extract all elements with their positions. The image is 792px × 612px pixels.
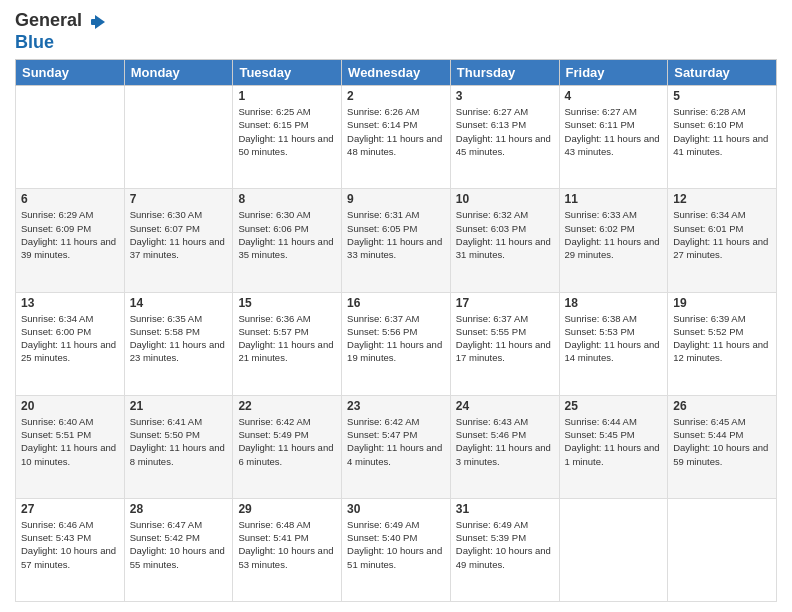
day-number: 7 [130,192,228,206]
calendar-cell: 4Sunrise: 6:27 AMSunset: 6:11 PMDaylight… [559,86,668,189]
logo-text-group: General Blue [15,10,107,53]
day-info: Sunrise: 6:44 AMSunset: 5:45 PMDaylight:… [565,415,663,468]
calendar-cell: 16Sunrise: 6:37 AMSunset: 5:56 PMDayligh… [342,292,451,395]
calendar-cell: 9Sunrise: 6:31 AMSunset: 6:05 PMDaylight… [342,189,451,292]
calendar-cell: 10Sunrise: 6:32 AMSunset: 6:03 PMDayligh… [450,189,559,292]
calendar-cell: 22Sunrise: 6:42 AMSunset: 5:49 PMDayligh… [233,395,342,498]
day-info: Sunrise: 6:43 AMSunset: 5:46 PMDaylight:… [456,415,554,468]
day-header-sunday: Sunday [16,60,125,86]
calendar-cell: 30Sunrise: 6:49 AMSunset: 5:40 PMDayligh… [342,498,451,601]
day-number: 4 [565,89,663,103]
calendar-cell: 26Sunrise: 6:45 AMSunset: 5:44 PMDayligh… [668,395,777,498]
day-number: 20 [21,399,119,413]
day-number: 19 [673,296,771,310]
calendar-cell [16,86,125,189]
day-number: 11 [565,192,663,206]
day-number: 6 [21,192,119,206]
calendar-cell: 18Sunrise: 6:38 AMSunset: 5:53 PMDayligh… [559,292,668,395]
calendar-cell: 29Sunrise: 6:48 AMSunset: 5:41 PMDayligh… [233,498,342,601]
day-info: Sunrise: 6:29 AMSunset: 6:09 PMDaylight:… [21,208,119,261]
day-info: Sunrise: 6:26 AMSunset: 6:14 PMDaylight:… [347,105,445,158]
day-number: 30 [347,502,445,516]
calendar-cell: 20Sunrise: 6:40 AMSunset: 5:51 PMDayligh… [16,395,125,498]
calendar-table: SundayMondayTuesdayWednesdayThursdayFrid… [15,59,777,602]
day-header-thursday: Thursday [450,60,559,86]
logo: General Blue [15,10,107,53]
calendar-cell: 1Sunrise: 6:25 AMSunset: 6:15 PMDaylight… [233,86,342,189]
calendar-cell: 17Sunrise: 6:37 AMSunset: 5:55 PMDayligh… [450,292,559,395]
calendar-cell: 14Sunrise: 6:35 AMSunset: 5:58 PMDayligh… [124,292,233,395]
day-info: Sunrise: 6:40 AMSunset: 5:51 PMDaylight:… [21,415,119,468]
day-number: 22 [238,399,336,413]
day-info: Sunrise: 6:46 AMSunset: 5:43 PMDaylight:… [21,518,119,571]
day-info: Sunrise: 6:45 AMSunset: 5:44 PMDaylight:… [673,415,771,468]
day-number: 12 [673,192,771,206]
header: General Blue [15,10,777,53]
day-number: 17 [456,296,554,310]
calendar-cell: 13Sunrise: 6:34 AMSunset: 6:00 PMDayligh… [16,292,125,395]
day-info: Sunrise: 6:38 AMSunset: 5:53 PMDaylight:… [565,312,663,365]
day-info: Sunrise: 6:39 AMSunset: 5:52 PMDaylight:… [673,312,771,365]
day-number: 14 [130,296,228,310]
day-number: 13 [21,296,119,310]
week-row-1: 1Sunrise: 6:25 AMSunset: 6:15 PMDaylight… [16,86,777,189]
day-info: Sunrise: 6:47 AMSunset: 5:42 PMDaylight:… [130,518,228,571]
day-number: 27 [21,502,119,516]
day-number: 15 [238,296,336,310]
day-header-monday: Monday [124,60,233,86]
day-info: Sunrise: 6:36 AMSunset: 5:57 PMDaylight:… [238,312,336,365]
week-row-5: 27Sunrise: 6:46 AMSunset: 5:43 PMDayligh… [16,498,777,601]
day-info: Sunrise: 6:49 AMSunset: 5:40 PMDaylight:… [347,518,445,571]
calendar-cell: 3Sunrise: 6:27 AMSunset: 6:13 PMDaylight… [450,86,559,189]
calendar-cell: 6Sunrise: 6:29 AMSunset: 6:09 PMDaylight… [16,189,125,292]
day-info: Sunrise: 6:33 AMSunset: 6:02 PMDaylight:… [565,208,663,261]
day-header-wednesday: Wednesday [342,60,451,86]
week-row-4: 20Sunrise: 6:40 AMSunset: 5:51 PMDayligh… [16,395,777,498]
day-header-saturday: Saturday [668,60,777,86]
day-number: 9 [347,192,445,206]
day-info: Sunrise: 6:41 AMSunset: 5:50 PMDaylight:… [130,415,228,468]
day-info: Sunrise: 6:32 AMSunset: 6:03 PMDaylight:… [456,208,554,261]
day-info: Sunrise: 6:27 AMSunset: 6:13 PMDaylight:… [456,105,554,158]
day-number: 21 [130,399,228,413]
day-info: Sunrise: 6:28 AMSunset: 6:10 PMDaylight:… [673,105,771,158]
day-info: Sunrise: 6:42 AMSunset: 5:47 PMDaylight:… [347,415,445,468]
logo-arrow-icon [89,13,107,31]
day-info: Sunrise: 6:27 AMSunset: 6:11 PMDaylight:… [565,105,663,158]
calendar-header-row: SundayMondayTuesdayWednesdayThursdayFrid… [16,60,777,86]
day-info: Sunrise: 6:37 AMSunset: 5:56 PMDaylight:… [347,312,445,365]
calendar-cell: 11Sunrise: 6:33 AMSunset: 6:02 PMDayligh… [559,189,668,292]
calendar-cell: 15Sunrise: 6:36 AMSunset: 5:57 PMDayligh… [233,292,342,395]
day-info: Sunrise: 6:34 AMSunset: 6:01 PMDaylight:… [673,208,771,261]
logo-general: General [15,10,82,30]
day-number: 24 [456,399,554,413]
day-number: 25 [565,399,663,413]
week-row-2: 6Sunrise: 6:29 AMSunset: 6:09 PMDaylight… [16,189,777,292]
day-number: 10 [456,192,554,206]
calendar-cell [668,498,777,601]
day-number: 3 [456,89,554,103]
day-info: Sunrise: 6:31 AMSunset: 6:05 PMDaylight:… [347,208,445,261]
calendar-cell: 19Sunrise: 6:39 AMSunset: 5:52 PMDayligh… [668,292,777,395]
day-number: 26 [673,399,771,413]
calendar-cell: 27Sunrise: 6:46 AMSunset: 5:43 PMDayligh… [16,498,125,601]
svg-marker-0 [95,15,105,29]
day-header-friday: Friday [559,60,668,86]
day-number: 1 [238,89,336,103]
day-number: 28 [130,502,228,516]
day-info: Sunrise: 6:34 AMSunset: 6:00 PMDaylight:… [21,312,119,365]
day-info: Sunrise: 6:49 AMSunset: 5:39 PMDaylight:… [456,518,554,571]
day-info: Sunrise: 6:25 AMSunset: 6:15 PMDaylight:… [238,105,336,158]
day-number: 31 [456,502,554,516]
calendar-cell: 5Sunrise: 6:28 AMSunset: 6:10 PMDaylight… [668,86,777,189]
day-number: 2 [347,89,445,103]
calendar-cell: 21Sunrise: 6:41 AMSunset: 5:50 PMDayligh… [124,395,233,498]
calendar-cell [559,498,668,601]
calendar-cell: 28Sunrise: 6:47 AMSunset: 5:42 PMDayligh… [124,498,233,601]
day-info: Sunrise: 6:42 AMSunset: 5:49 PMDaylight:… [238,415,336,468]
day-info: Sunrise: 6:48 AMSunset: 5:41 PMDaylight:… [238,518,336,571]
day-info: Sunrise: 6:35 AMSunset: 5:58 PMDaylight:… [130,312,228,365]
page: General Blue SundayMondayTuesdayWednesda… [0,0,792,612]
day-header-tuesday: Tuesday [233,60,342,86]
calendar-cell: 23Sunrise: 6:42 AMSunset: 5:47 PMDayligh… [342,395,451,498]
